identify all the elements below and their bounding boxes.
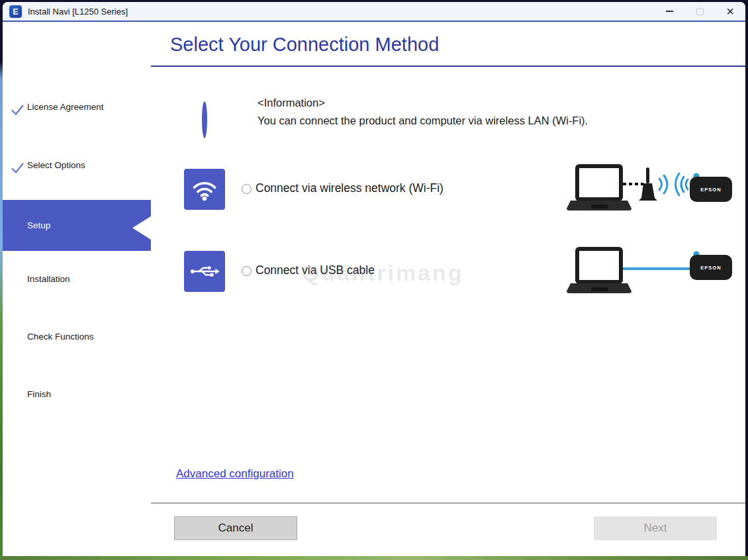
printer-brand-label: EPSON — [700, 187, 721, 193]
step-setup-active: Setup — [3, 200, 151, 251]
info-accent-bar — [202, 101, 207, 138]
site-watermark: Quantrimang — [302, 260, 464, 286]
title-divider — [151, 66, 745, 67]
usb-icon — [184, 251, 225, 292]
maximize-icon — [696, 8, 704, 15]
wifi-option-label[interactable]: Connect via wireless network (Wi-Fi) — [256, 181, 444, 195]
window-title: Install Navi [L1250 Series] — [28, 7, 128, 17]
step-label: Installation — [27, 274, 70, 284]
checkmark-icon — [11, 163, 24, 179]
step-label: Select Options — [27, 160, 85, 170]
minimize-button[interactable] — [654, 2, 684, 21]
info-heading: <Information> — [257, 97, 325, 109]
step-select-options: Select Options — [3, 158, 151, 173]
page-title: Select Your Connection Method — [170, 34, 439, 56]
close-icon: × — [726, 5, 734, 18]
close-button[interactable]: × — [715, 2, 745, 21]
step-label: Finish — [27, 389, 51, 399]
wifi-radio[interactable] — [242, 184, 252, 194]
wifi-icon — [184, 169, 225, 210]
titlebar: E Install Navi [L1250 Series] × — [3, 2, 745, 22]
step-label: Check Functions — [27, 332, 94, 342]
step-label: Setup — [27, 220, 50, 230]
wizard-steps-sidebar: License Agreement Select Options Setup I… — [3, 22, 151, 555]
wifi-connection-illustration: EPSON — [561, 162, 733, 214]
step-finish: Finish — [3, 387, 151, 402]
cancel-button[interactable]: Cancel — [174, 516, 297, 540]
printer-brand-label: EPSON — [700, 265, 721, 271]
desktop-wallpaper-bottom-edge — [0, 556, 748, 560]
advanced-configuration-link[interactable]: Advanced configuration — [176, 467, 294, 481]
info-text: You can connect the product and computer… — [257, 115, 588, 127]
maximize-button — [684, 2, 715, 21]
next-button-disabled[interactable]: Next — [594, 516, 717, 540]
usb-radio[interactable] — [242, 266, 252, 276]
step-check-functions: Check Functions — [3, 329, 151, 345]
install-navi-window: E Install Navi [L1250 Series] × License … — [3, 2, 745, 556]
footer-divider — [151, 502, 745, 504]
window-controls: × — [654, 2, 745, 21]
checkmark-icon — [11, 105, 24, 121]
step-label: License Agreement — [27, 102, 104, 112]
app-icon: E — [9, 5, 22, 18]
minimize-icon — [666, 11, 673, 11]
step-license-agreement: License Agreement — [3, 99, 151, 115]
step-installation: Installation — [3, 271, 151, 287]
usb-connection-illustration: EPSON — [561, 245, 733, 297]
main-panel: Select Your Connection Method <Informati… — [151, 22, 745, 555]
